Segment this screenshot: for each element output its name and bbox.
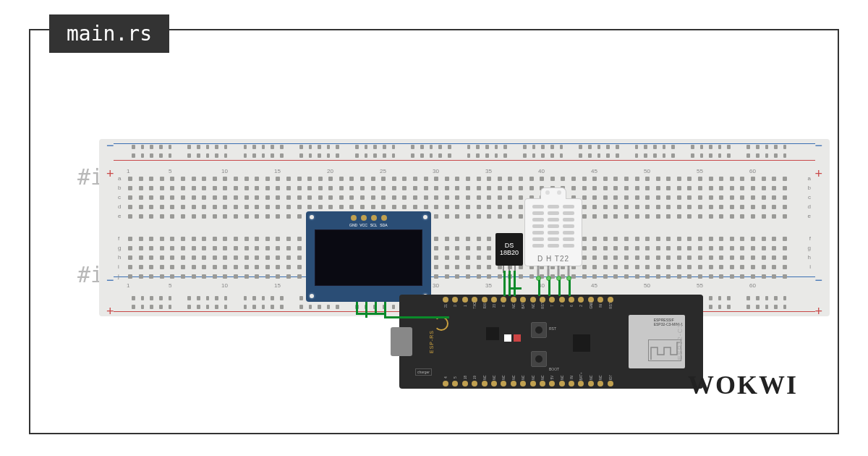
sensor-label: 18B20 bbox=[500, 250, 519, 257]
row-label: e bbox=[118, 213, 121, 219]
breadboard[interactable]: − + − + − + − + 1 5 10 15 bbox=[99, 139, 830, 316]
col-num: 20 bbox=[327, 168, 333, 174]
row-label: c bbox=[808, 194, 811, 200]
wokwi-logo: WOKWI bbox=[688, 370, 798, 400]
board-label: ESP32-C3 bbox=[677, 324, 684, 360]
wire bbox=[509, 287, 522, 290]
dht22-sensor[interactable]: D H T22 bbox=[524, 198, 582, 266]
wire bbox=[569, 280, 571, 296]
wire bbox=[375, 302, 377, 313]
pin-labels-top: 2101TXORXI208NCBATNCRST7362GNDINRST bbox=[443, 304, 689, 308]
row-label: i bbox=[118, 263, 119, 270]
row-label: a bbox=[118, 175, 121, 182]
oled-display-module[interactable]: GND VCC SCL SDA bbox=[306, 211, 431, 302]
row-label: b bbox=[118, 185, 121, 191]
usb-connector-icon bbox=[391, 327, 412, 356]
row-label: g bbox=[118, 245, 121, 251]
wire bbox=[356, 302, 358, 313]
wire bbox=[509, 271, 511, 296]
wire bbox=[503, 271, 506, 296]
tie-points: 1 5 10 15 20 25 30 35 40 45 50 55 60 1 5… bbox=[128, 177, 801, 279]
ds18b20-sensor[interactable]: DS 18B20 bbox=[495, 233, 523, 266]
wire bbox=[514, 271, 516, 296]
wire bbox=[558, 280, 561, 296]
wire bbox=[356, 313, 385, 315]
wire bbox=[548, 280, 550, 296]
file-tab-label: main.rs bbox=[67, 22, 152, 46]
col-num: 1 bbox=[127, 168, 129, 174]
col-num: 60 bbox=[749, 282, 756, 289]
boot-button[interactable] bbox=[531, 351, 547, 367]
col-num: 25 bbox=[380, 168, 386, 174]
mounting-hole-icon bbox=[308, 292, 315, 300]
content-frame: #include <ESP8266WiFi.h> #incl // Wi con… bbox=[29, 29, 839, 434]
col-num: 35 bbox=[485, 168, 492, 174]
col-num: 30 bbox=[433, 282, 439, 289]
oled-pin-header bbox=[351, 215, 387, 221]
wire bbox=[365, 302, 367, 318]
row-label: h bbox=[808, 254, 811, 261]
oled-pin-labels: GND VCC SCL SDA bbox=[349, 223, 388, 227]
row-label: c bbox=[118, 194, 121, 200]
col-num: 45 bbox=[591, 282, 597, 289]
col-num: 10 bbox=[221, 168, 228, 174]
row-label: f bbox=[118, 235, 119, 242]
col-num: 15 bbox=[274, 168, 281, 174]
col-num: 15 bbox=[274, 282, 281, 289]
row-label: j bbox=[118, 273, 119, 279]
rail-holes-top bbox=[132, 145, 797, 159]
col-num: 55 bbox=[697, 168, 703, 174]
pin-header-top bbox=[443, 297, 689, 303]
button-label: BOOT bbox=[549, 367, 559, 371]
button-label: RST bbox=[549, 326, 556, 331]
col-num: 60 bbox=[749, 168, 756, 174]
col-num: 10 bbox=[221, 282, 228, 289]
dht-grill-icon bbox=[532, 205, 574, 248]
pin-header-bottom bbox=[443, 381, 689, 387]
sensor-legs-icon bbox=[537, 266, 570, 276]
row-label: d bbox=[808, 203, 811, 210]
row-label: f bbox=[809, 235, 811, 242]
col-num: 35 bbox=[485, 282, 492, 289]
row-label: g bbox=[808, 245, 811, 251]
wire bbox=[384, 302, 386, 318]
dht-label: D H T22 bbox=[525, 255, 582, 263]
col-num: 50 bbox=[644, 168, 650, 174]
row-label: i bbox=[809, 263, 811, 270]
col-num: 30 bbox=[433, 168, 439, 174]
file-tab[interactable]: main.rs bbox=[49, 14, 169, 53]
oled-screen bbox=[315, 229, 422, 286]
esp-side-label: ESP-RS bbox=[429, 330, 434, 353]
pin-labels-bottom: 451819NCNCNCNCNCNCNC5VNCINBAT+NCNCIO7 bbox=[443, 376, 689, 379]
row-label: a bbox=[808, 175, 811, 182]
row-label: d bbox=[118, 203, 121, 210]
col-num: 5 bbox=[169, 282, 171, 289]
col-num: 45 bbox=[591, 168, 597, 174]
circuit-diagram[interactable]: − + − + − + − + 1 5 10 15 bbox=[99, 139, 830, 316]
dht-cap-icon bbox=[540, 187, 566, 199]
col-num: 40 bbox=[538, 168, 545, 174]
mounting-hole-icon bbox=[308, 214, 315, 221]
mounting-hole-icon bbox=[422, 214, 429, 221]
ic-chip-icon bbox=[486, 327, 499, 340]
row-label: e bbox=[808, 213, 811, 219]
reset-button[interactable] bbox=[531, 322, 547, 338]
wire bbox=[384, 316, 449, 318]
col-num: 1 bbox=[127, 282, 129, 289]
ic-chip-icon bbox=[573, 334, 590, 352]
charger-label: charger bbox=[415, 368, 432, 376]
col-num: 5 bbox=[169, 168, 171, 174]
col-num: 50 bbox=[644, 282, 650, 289]
led-icon bbox=[514, 334, 521, 342]
esp32-c3-board[interactable]: ESP-RS charger RST BOOT ESPRESSIF ESP32-… bbox=[399, 295, 703, 389]
row-label: b bbox=[808, 185, 811, 191]
wire bbox=[538, 280, 540, 296]
row-label: h bbox=[118, 254, 121, 261]
led-icon bbox=[504, 334, 511, 342]
col-num: 55 bbox=[697, 282, 703, 289]
espressif-logo-icon bbox=[434, 316, 448, 331]
